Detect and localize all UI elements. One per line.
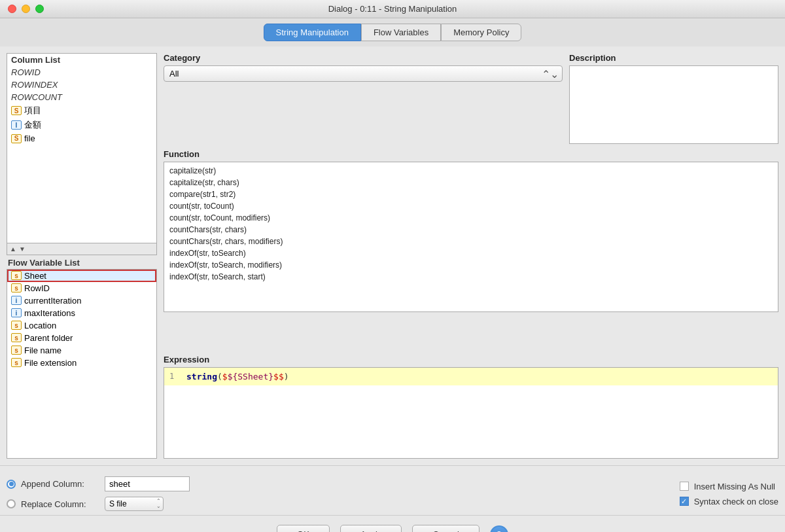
cancel-button[interactable]: Cancel [412,525,479,532]
syntax-check-checkbox[interactable] [680,497,689,506]
insert-missing-checkbox[interactable] [680,482,689,491]
fn-item-6[interactable]: countChars(str, chars, modifiers) [167,236,775,247]
apply-button[interactable]: Apply [340,525,402,532]
replace-column-select[interactable]: S file [105,497,164,511]
expression-text: string($${SSheet}$$) [186,372,289,381]
expr-fn-string: string [186,372,217,381]
list-item-rowid[interactable]: ROWID [7,66,156,79]
category-label: Category [164,53,563,63]
main-content: Column List ROWID ROWINDEX ROWCOUNT S 項目… [0,46,785,465]
title-bar: Dialog - 0:11 - String Manipulation [0,0,785,18]
flow-item-maxiterations[interactable]: i maxIterations [7,307,156,319]
badge-s-rowid: s [11,283,22,293]
window-controls [8,5,44,13]
close-button[interactable] [8,5,16,13]
expr-flow-var: ${SSheet} [228,372,273,381]
badge-s-fileextension: s [11,358,22,367]
flow-item-fileextension[interactable]: s File extension [7,357,156,369]
badge-i-amount: I [11,120,22,130]
tab-memory-policy[interactable]: Memory Policy [441,24,521,41]
list-item-rowindex[interactable]: ROWINDEX [7,79,156,91]
description-box [569,65,778,144]
badge-s-location: s [11,321,22,330]
column-list-header: Column List [7,54,156,66]
category-select[interactable]: All String Math Date Other [164,65,563,82]
scroll-down-icon[interactable]: ▼ [19,245,26,253]
append-column-radio[interactable] [7,480,16,489]
tab-string-manipulation[interactable]: String Manipulation [264,24,361,41]
category-section: Category All String Math Date Other ⌃⌄ [164,53,563,144]
fn-item-7[interactable]: indexOf(str, toSearch) [167,247,775,259]
help-button[interactable]: ? [490,525,508,533]
expression-label: Expression [164,355,778,364]
flow-variable-list-header: Flow Variable List [7,255,157,269]
fn-item-3[interactable]: count(str, toCount) [167,200,775,212]
expression-box[interactable]: 1 string($${SSheet}$$) [164,367,778,459]
badge-s-parentfolder: s [11,333,22,342]
function-section: Function capitalize(str) capitalize(str,… [164,149,778,349]
flow-variable-list[interactable]: s Sheet s RowID i currentIteration i max… [7,269,157,459]
append-column-input[interactable] [105,476,190,491]
right-options: Insert Missing As Null Syntax check on c… [680,482,778,506]
right-panel: Category All String Math Date Other ⌃⌄ D… [164,53,778,459]
function-list[interactable]: capitalize(str) capitalize(str, chars) c… [164,162,778,312]
list-item-rowcount[interactable]: ROWCOUNT [7,91,156,103]
flow-item-sheet[interactable]: s Sheet [7,270,156,282]
expr-var-sigil: $ [222,372,228,381]
description-section: Description [569,53,778,144]
maximize-button[interactable] [35,5,44,13]
left-panel: Column List ROWID ROWINDEX ROWCOUNT S 項目… [7,53,157,459]
function-label: Function [164,149,778,159]
column-list-box[interactable]: Column List ROWID ROWINDEX ROWCOUNT S 項目… [7,53,157,243]
append-column-label: Append Column: [21,479,99,489]
column-list-scroll: ▲ ▼ [7,243,157,255]
button-row: OK Apply Cancel ? [0,515,785,532]
tab-flow-variables[interactable]: Flow Variables [361,24,441,41]
top-row: Category All String Math Date Other ⌃⌄ D… [164,53,778,144]
replace-column-label: Replace Column: [21,499,99,509]
tab-bar: String Manipulation Flow Variables Memor… [0,18,785,46]
fn-item-1[interactable]: capitalize(str, chars) [167,177,775,188]
replace-column-radio[interactable] [7,499,16,508]
insert-missing-row: Insert Missing As Null [680,482,778,491]
syntax-check-label: Syntax check on close [694,497,778,506]
badge-i-maxiterations: i [11,308,22,317]
flow-item-location[interactable]: s Location [7,319,156,332]
scroll-up-icon[interactable]: ▲ [10,245,16,253]
list-item-file[interactable]: S file [7,132,156,145]
fn-item-5[interactable]: countChars(str, chars) [167,224,775,236]
expression-section: Expression 1 string($${SSheet}$$) [164,355,778,459]
flow-item-filename[interactable]: s File name [7,344,156,357]
ok-button[interactable]: OK [277,525,330,532]
expression-line: 1 string($${SSheet}$$) [164,368,778,385]
fn-item-9[interactable]: indexOf(str, toSearch, start) [167,271,775,283]
description-label: Description [569,53,778,63]
window-title: Dialog - 0:11 - String Manipulation [328,4,457,14]
flow-item-currentiteration[interactable]: i currentIteration [7,294,156,307]
fn-item-4[interactable]: count(str, toCount, modifiers) [167,212,775,224]
insert-missing-label: Insert Missing As Null [694,482,775,491]
category-select-wrapper: All String Math Date Other ⌃⌄ [164,65,563,82]
badge-s-file: S [11,134,22,143]
list-item-amount[interactable]: I 金額 [7,118,156,132]
left-options: Append Column: Replace Column: S file [7,476,190,511]
replace-column-row: Replace Column: S file [7,497,190,511]
badge-s-item: S [11,106,22,115]
append-column-row: Append Column: [7,476,190,491]
fn-item-2[interactable]: compare(str1, str2) [167,188,775,200]
bottom-options: Append Column: Replace Column: S file In… [7,472,778,515]
flow-item-parentfolder[interactable]: s Parent folder [7,332,156,344]
badge-s-filename: s [11,346,22,355]
fn-item-0[interactable]: capitalize(str) [167,165,775,177]
fn-item-8[interactable]: indexOf(str, toSearch, modifiers) [167,259,775,271]
badge-i-currentiteration: i [11,296,22,305]
badge-s-sheet: s [11,271,22,280]
line-number: 1 [169,372,180,381]
flow-item-rowid[interactable]: s RowID [7,282,156,294]
minimize-button[interactable] [22,5,30,13]
replace-column-select-wrapper: S file [105,497,164,511]
bottom-section: Append Column: Replace Column: S file In… [0,465,785,515]
syntax-check-row: Syntax check on close [680,497,778,506]
list-item-item[interactable]: S 項目 [7,103,156,118]
